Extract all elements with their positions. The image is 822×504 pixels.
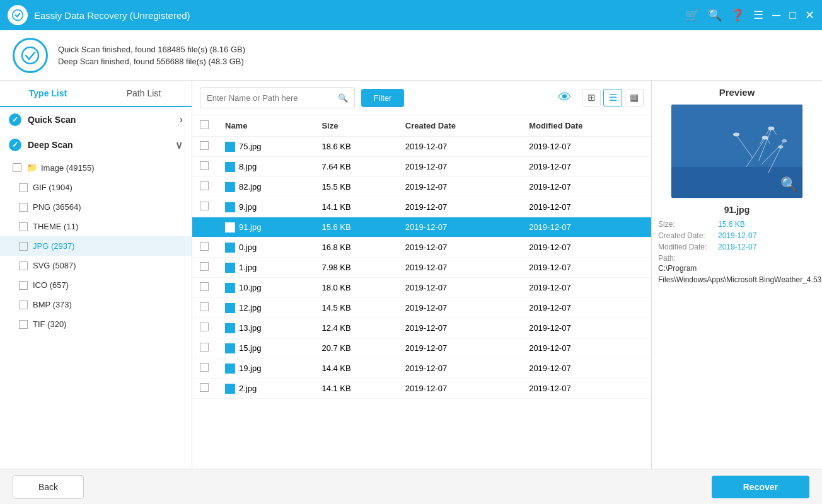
table-row[interactable]: 19.jpg 14.4 KB 2019-12-07 2019-12-07	[192, 358, 651, 379]
row-checkbox[interactable]	[200, 383, 209, 392]
table-row[interactable]: 91.jpg 15.6 KB 2019-12-07 2019-12-07	[192, 217, 651, 238]
file-created: 2019-12-07	[398, 258, 521, 278]
cart-icon[interactable]: 🛒	[685, 8, 699, 22]
select-all-checkbox[interactable]	[200, 120, 209, 129]
row-checkbox[interactable]	[200, 262, 209, 271]
preview-size-row: Size: 15.6 KB	[658, 220, 816, 229]
recover-button[interactable]: Recover	[712, 476, 809, 498]
zoom-icon[interactable]: 🔍	[780, 176, 797, 193]
table-row[interactable]: 1.jpg 7.98 KB 2019-12-07 2019-12-07	[192, 258, 651, 278]
eye-icon[interactable]: 👁	[558, 89, 572, 106]
svg-checkbox[interactable]	[19, 261, 28, 270]
preview-filename: 91.jpg	[724, 205, 750, 215]
file-name-cell: 82.jpg	[225, 182, 306, 192]
size-value: 15.6 KB	[718, 220, 745, 229]
file-name-cell: 15.jpg	[225, 343, 306, 353]
sidebar-item-image[interactable]: 📁 Image (49155)	[0, 158, 192, 178]
table-row[interactable]: 8.jpg 7.64 KB 2019-12-07 2019-12-07	[192, 157, 651, 177]
ico-checkbox[interactable]	[19, 281, 28, 290]
table-row[interactable]: 12.jpg 14.5 KB 2019-12-07 2019-12-07	[192, 298, 651, 318]
sidebar-item-bmp[interactable]: BMP (373)	[0, 295, 192, 314]
toolbar: 🔍 Filter 👁 ⊞ ☰ ▦	[192, 81, 651, 115]
sidebar-item-jpg[interactable]: JPG (2937)	[0, 236, 192, 256]
file-type-icon	[225, 222, 235, 232]
png-checkbox[interactable]	[19, 203, 28, 212]
row-checkbox[interactable]	[200, 282, 209, 291]
file-created: 2019-12-07	[398, 157, 521, 177]
created-label: Created Date:	[658, 231, 718, 240]
file-size: 15.6 KB	[314, 217, 397, 238]
bmp-checkbox[interactable]	[19, 301, 28, 309]
grid-view-icon[interactable]: ⊞	[582, 89, 601, 106]
search-account-icon[interactable]: 🔍	[708, 8, 722, 22]
file-type-icon	[225, 283, 235, 293]
deep-scan-check: ✓	[9, 139, 21, 151]
maximize-icon[interactable]: □	[789, 9, 796, 22]
file-type-icon	[225, 162, 235, 172]
col-size: Size	[314, 115, 397, 137]
row-checkbox[interactable]	[200, 161, 209, 170]
close-icon[interactable]: ✕	[805, 8, 814, 22]
created-value: 2019-12-07	[718, 231, 756, 240]
table-row[interactable]: 75.jpg 18.6 KB 2019-12-07 2019-12-07	[192, 137, 651, 157]
file-created: 2019-12-07	[398, 238, 521, 258]
row-checkbox[interactable]	[200, 363, 209, 372]
sidebar-item-gif[interactable]: GIF (1904)	[0, 178, 192, 197]
file-size: 14.4 KB	[314, 358, 397, 379]
row-checkbox[interactable]	[200, 181, 209, 190]
sidebar: Type List Path List ✓ Quick Scan › ✓ Dee…	[0, 81, 192, 469]
ico-label: ICO (657)	[33, 280, 69, 290]
table-row[interactable]: 13.jpg 12.4 KB 2019-12-07 2019-12-07	[192, 318, 651, 338]
row-checkbox[interactable]	[200, 242, 209, 251]
file-created: 2019-12-07	[398, 318, 521, 338]
file-created: 2019-12-07	[398, 358, 521, 379]
window-controls: 🛒 🔍 ❓ ☰ ─ □ ✕	[685, 8, 814, 22]
sidebar-item-png[interactable]: PNG (36564)	[0, 197, 192, 217]
jpg-checkbox[interactable]	[19, 242, 28, 251]
table-row[interactable]: 82.jpg 15.5 KB 2019-12-07 2019-12-07	[192, 177, 651, 197]
file-size: 14.1 KB	[314, 197, 397, 217]
file-name: 8.jpg	[239, 162, 257, 171]
table-row[interactable]: 0.jpg 16.8 KB 2019-12-07 2019-12-07	[192, 238, 651, 258]
table-row[interactable]: 9.jpg 14.1 KB 2019-12-07 2019-12-07	[192, 197, 651, 217]
row-checkbox[interactable]	[200, 343, 209, 352]
table-row[interactable]: 15.jpg 20.7 KB 2019-12-07 2019-12-07	[192, 338, 651, 358]
quick-scan-section[interactable]: ✓ Quick Scan ›	[0, 107, 192, 132]
file-name-cell: 10.jpg	[225, 283, 306, 293]
list-view-icon[interactable]: ☰	[603, 89, 622, 106]
deep-scan-result: Deep Scan finished, found 556688 file(s)…	[58, 57, 245, 66]
filter-button[interactable]: Filter	[361, 89, 405, 107]
table-row[interactable]: 10.jpg 18.0 KB 2019-12-07 2019-12-07	[192, 278, 651, 298]
row-checkbox[interactable]	[200, 202, 209, 210]
image-checkbox[interactable]	[13, 163, 21, 172]
row-checkbox[interactable]	[200, 323, 209, 331]
sidebar-item-theme[interactable]: THEME (11)	[0, 217, 192, 236]
help-icon[interactable]: ❓	[731, 8, 744, 22]
theme-checkbox[interactable]	[19, 222, 28, 231]
sidebar-item-svg[interactable]: SVG (5087)	[0, 256, 192, 275]
deep-scan-section[interactable]: ✓ Deep Scan ∨	[0, 132, 192, 158]
table-row[interactable]: 2.jpg 14.1 KB 2019-12-07 2019-12-07	[192, 379, 651, 399]
modified-value: 2019-12-07	[718, 243, 756, 251]
file-created: 2019-12-07	[398, 379, 521, 399]
file-modified: 2019-12-07	[521, 379, 651, 399]
tif-checkbox[interactable]	[19, 320, 28, 329]
tab-path-list[interactable]: Path List	[96, 81, 192, 106]
file-name-cell: 0.jpg	[225, 243, 306, 253]
menu-icon[interactable]: ☰	[753, 8, 763, 22]
tab-type-list[interactable]: Type List	[0, 81, 96, 107]
sidebar-item-ico[interactable]: ICO (657)	[0, 275, 192, 295]
sidebar-item-tif[interactable]: TIF (320)	[0, 314, 192, 334]
details-view-icon[interactable]: ▦	[625, 89, 644, 106]
back-button[interactable]: Back	[13, 475, 84, 499]
gif-checkbox[interactable]	[19, 183, 28, 192]
file-modified: 2019-12-07	[521, 238, 651, 258]
row-checkbox[interactable]	[200, 141, 209, 150]
file-type-icon	[225, 182, 235, 192]
quick-scan-label: Quick Scan	[28, 115, 76, 125]
search-input[interactable]	[207, 93, 348, 103]
minimize-icon[interactable]: ─	[772, 9, 780, 22]
row-checkbox[interactable]	[200, 222, 209, 231]
tif-label: TIF (320)	[33, 319, 66, 329]
row-checkbox[interactable]	[200, 302, 209, 311]
